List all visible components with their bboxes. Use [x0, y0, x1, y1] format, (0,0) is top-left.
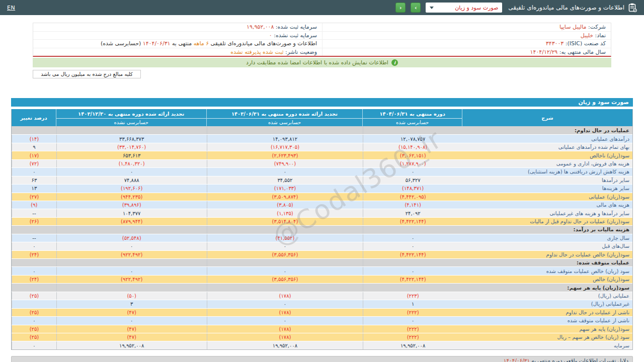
value-cell: (۱۷۸)	[207, 325, 363, 333]
value-cell: (۵۲,۵۴۸)	[56, 234, 207, 242]
statement-title: صورت سود و زیان	[11, 98, 633, 107]
value-cell: (۱۷۸)	[207, 333, 363, 341]
value-cell: ۲۴,۰۹۲	[363, 209, 462, 217]
info-value: منتهی به	[170, 40, 192, 47]
value-cell: ۱۹,۹۵۲,۰۰۸	[207, 341, 363, 349]
row-label: درآمدهای عملیاتی	[462, 135, 632, 142]
value-cell: ۱	[363, 300, 462, 308]
value-cell: (۱۷۸)	[207, 292, 363, 300]
info-label: سرمایه ثبت نشده:	[272, 32, 317, 39]
info-field: سرمایه ثبت شده: ۱۹,۹۵۲,۰۰۸	[33, 23, 322, 31]
topbar: اطلاعات و صورت‌های مالی میاندوره‌ای تلفی…	[0, 0, 644, 15]
value-cell: ۱۰۴,۳۷۷	[56, 209, 207, 217]
value-cell: (۴,۴۲۲,۱۴۴)	[363, 276, 462, 283]
value-cell	[56, 126, 207, 134]
statement-row: سال جاری۰(۴۱,۵۵۲)(۵۲,۵۴۸)--	[12, 234, 632, 242]
value-cell	[363, 259, 462, 266]
value-cell	[363, 284, 462, 291]
value-cell: (۹۲۲,۴۹۲)	[56, 251, 207, 258]
value-cell: (۴,۴۲۲,۱۴۴)	[363, 218, 462, 225]
value-cell: (۴,۴۴۲,۰۹۵)	[363, 193, 462, 201]
header-period-title: تجدید ارائه شده دوره منتهی به ۱۴۰۳/۰۶/۳۱	[207, 109, 363, 119]
nav-forward-button[interactable]: ›	[411, 3, 421, 13]
value-cell: (۱۶,۷۱۷,۳۰۵)	[207, 143, 363, 151]
row-label: سود(زیان) خالص	[462, 276, 632, 283]
value-cell: (۱۷۸)	[207, 309, 363, 316]
change-cell: (۲۷)	[12, 193, 56, 201]
info-value: ۱۴۰۴/۱۲/۲۹	[530, 49, 558, 55]
change-cell: ۰	[12, 317, 56, 324]
change-cell: (۲۵)	[12, 333, 56, 341]
info-field: اطلاعات و صورت‌های مالی میاندوره‌ای تلفی…	[33, 40, 322, 48]
info-value: ۳۴۳۰۰۳	[546, 40, 564, 47]
value-cell: (۲۲۲)	[363, 333, 462, 341]
signature-match-bar: i اطلاعات نمایش داده شده با اطلاعات امضا…	[33, 58, 611, 67]
value-cell	[56, 284, 207, 291]
value-cell: ۶۵۳,۶۱۳	[56, 151, 207, 159]
report-clipboard-icon	[628, 3, 637, 12]
value-cell: ۳۳,۶۶۸,۳۷۳	[56, 135, 207, 142]
value-cell: ۳	[56, 300, 207, 308]
change-cell: (۲۶)	[12, 218, 56, 225]
value-cell: (۴۷)	[56, 309, 207, 316]
change-cell: (۲۴)	[12, 276, 56, 283]
company-info-row: سال مالی منتهی به: ۱۴۰۴/۱۲/۲۹ وضعیت ناشر…	[33, 48, 611, 56]
statement-header: شرحدوره منتهی به ۱۴۰۴/۰۶/۳۱حسابرسی شدهتج…	[12, 109, 632, 126]
row-label: عملیات متوقف شده:	[462, 259, 632, 266]
statement-type-select[interactable]: صورت سود و زیان	[426, 3, 502, 13]
statement-type-value: صورت سود و زیان	[455, 5, 498, 11]
row-label: ناشی از عملیات متوقف شده	[462, 317, 632, 324]
info-value: خلیبل	[581, 32, 593, 39]
language-en-link[interactable]: EN	[7, 5, 15, 11]
section-row: عملیات در حال تداوم:	[12, 126, 632, 134]
value-cell	[56, 226, 207, 233]
value-cell: (۳,۸۰۵)	[207, 201, 363, 209]
value-cell	[56, 259, 207, 266]
row-label: سال‌های قبل	[462, 242, 632, 250]
info-value: مالیبل سایپا	[559, 24, 586, 30]
info-field: نماد: خلیبل	[322, 32, 611, 40]
value-cell: ۰	[363, 242, 462, 250]
row-label: سایر هزینه‌ها	[462, 185, 632, 192]
value-cell: (۴,۱۴۱)	[363, 201, 462, 209]
value-cell	[363, 226, 462, 233]
value-cell: (۲۲۲)	[363, 309, 462, 316]
info-field: شرکت: مالیبل سایپا	[322, 23, 611, 31]
statement-row: سود(زیان) عملیات در حال تداوم قبل از مال…	[12, 217, 632, 225]
change-cell: (۲۵)	[12, 309, 56, 316]
change-cell: --	[12, 234, 56, 242]
row-label: عملیاتی (ریال)	[462, 292, 632, 300]
value-cell: (۱۹۲,۶۰۶)	[56, 185, 207, 192]
statement-row: سود(زیان) پایه هر سهم(۲۲۲)(۱۷۸)(۴۷)(۲۵)	[12, 325, 632, 333]
section-row: هزینه مالیات بر درآمد:	[12, 225, 632, 233]
change-cell: (۲۴)	[12, 251, 56, 258]
row-label: عملیات در حال تداوم:	[462, 126, 632, 134]
value-cell: ۰	[207, 267, 363, 275]
change-cell: ۶۳	[12, 176, 56, 184]
value-cell: ۰	[363, 267, 462, 275]
statement-row: سایر درآمدها۵۶,۳۲۷۳۴,۵۵۲۷۴,۸۸۸۶۳	[12, 176, 632, 184]
statement-row: سرمایه۱۹,۹۵۲,۰۰۸۱۹,۹۵۲,۰۰۸۱۹,۹۵۲,۰۰۸۰	[12, 341, 632, 349]
statement-row: سود(زیان) خالص(۴,۴۲۲,۱۴۴)(۳,۵۵۶,۳۵۶)(۹۲۲…	[12, 275, 632, 283]
change-cell: ۰	[12, 242, 56, 250]
page: { "topbar": { "lang_link": "EN", "title"…	[0, 0, 644, 362]
value-cell: (۹۴۴,۲۳۵)	[56, 193, 207, 201]
header-audit-status: حسابرسی شده	[363, 119, 461, 126]
value-cell: ۱۲,۰۷۸,۷۵۷	[363, 135, 462, 142]
statement-row: سود(زیان) ناخالص(۳,۰۶۲,۱۵۱)(۲,۶۲۳,۴۹۳)۶۵…	[12, 151, 632, 159]
nav-back-button[interactable]: ‹	[395, 3, 406, 13]
info-field: وضعیت ناشر: ثبت شده پذیرفته نشده	[33, 48, 322, 56]
value-cell: (۳,۰۶۲,۱۵۱)	[363, 151, 462, 159]
statement-row: عملیاتی (ریال)(۲۲۳)(۱۷۸)(۵۰)(۲۵)	[12, 292, 632, 300]
value-cell: ۵۶,۳۲۷	[363, 176, 462, 184]
info-label: نماد:	[593, 32, 606, 39]
value-cell: (۴۷)	[56, 325, 207, 333]
company-info-row: شرکت: مالیبل سایپا سرمایه ثبت شده: ۱۹,۹۵…	[33, 23, 611, 32]
statement-row: هزینه های مالی(۴,۱۴۱)(۳,۸۰۵)(۳۹,۸۹۶)(۹)	[12, 201, 632, 209]
value-cell: (۷۴۹,۹۰۰)	[207, 160, 363, 167]
row-label: هزینه های مالی	[462, 201, 632, 209]
info-value: ۶ ماهه	[194, 40, 209, 47]
row-label: غیرعملیاتی (ریال)	[462, 300, 632, 308]
row-label: هزینه کاهش ارزش دریافتنی ها (هزینه استثن…	[462, 168, 632, 175]
info-value: ثبت شده پذیرفته نشده	[230, 49, 283, 55]
